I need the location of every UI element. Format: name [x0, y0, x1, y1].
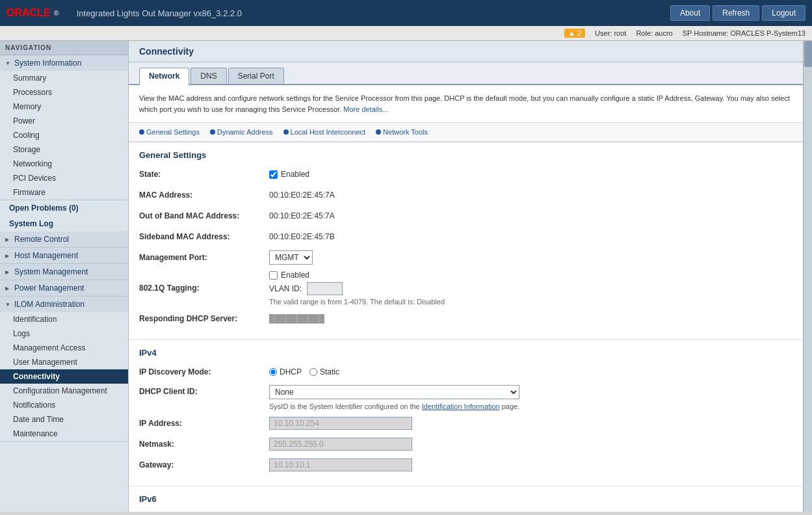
- ipv6-title: IPv6: [139, 494, 792, 504]
- link-local-host-interconnect[interactable]: Local Host Interconnect: [283, 128, 366, 136]
- tagging-checkbox[interactable]: [269, 271, 278, 280]
- expand-icon-ia: ▼: [5, 302, 12, 308]
- netmask-field-row: Netmask:: [139, 436, 792, 452]
- app-title: Integrated Lights Out Manager vx86_3.2.2…: [77, 8, 670, 18]
- mac-value: 00:10:E0:2E:45:7A: [269, 191, 335, 200]
- sidebar-item-user-management[interactable]: User Management: [0, 355, 128, 369]
- link-general-settings[interactable]: General Settings: [139, 128, 200, 136]
- sidebar-item-management-access[interactable]: Management Access: [0, 341, 128, 355]
- link-general-settings-label: General Settings: [146, 128, 200, 136]
- dhcp-server-field-row: Responding DHCP Server: ██████████: [139, 311, 792, 326]
- tagging-checkbox-row: Enabled: [269, 271, 445, 280]
- sidebar-item-configuration-management[interactable]: Configuration Management: [0, 384, 128, 398]
- status-bar: ▲ 2 User: root Role: aucro SP Hostname: …: [0, 26, 812, 41]
- about-button[interactable]: About: [670, 5, 710, 21]
- state-label: State:: [139, 170, 269, 179]
- app-header: ORACLE ® Integrated Lights Out Manager v…: [0, 0, 812, 26]
- sidebar-item-identification[interactable]: Identification: [0, 312, 128, 326]
- dhcp-client-label: DHCP Client ID:: [139, 385, 269, 396]
- sidebar-item-memory[interactable]: Memory: [0, 99, 128, 114]
- ip-address-input[interactable]: [269, 417, 412, 430]
- power-management-header[interactable]: ▶ Power Management: [0, 280, 128, 296]
- oob-mac-label: Out of Band MAC Address:: [139, 211, 269, 220]
- more-details-link[interactable]: More details...: [343, 105, 388, 113]
- tab-serial-port[interactable]: Serial Port: [228, 68, 284, 84]
- ilom-admin-group: ▼ ILOM Administration Identification Log…: [0, 297, 128, 442]
- netmask-input[interactable]: [269, 438, 412, 451]
- ipv6-section: IPv6 State: Enabled Autoconfig: Stateles…: [129, 486, 803, 512]
- sidebar-item-connectivity[interactable]: Connectivity: [0, 369, 128, 384]
- oracle-logo-separator: ®: [54, 9, 59, 17]
- tab-network[interactable]: Network: [139, 68, 189, 85]
- sidebar-item-pci-devices[interactable]: PCI Devices: [0, 171, 128, 185]
- link-network-tools[interactable]: Network Tools: [376, 128, 428, 136]
- sidebar-item-system-log[interactable]: System Log: [0, 216, 128, 231]
- sidebar-item-summary[interactable]: Summary: [0, 71, 128, 85]
- sidebar-item-maintenance[interactable]: Maintenance: [0, 427, 128, 441]
- refresh-button[interactable]: Refresh: [713, 5, 759, 21]
- main-layout: NAVIGATION ▼ System Information Summary …: [0, 41, 812, 512]
- vlan-inner: VLAN ID:: [269, 282, 445, 295]
- mac-label: MAC Address:: [139, 191, 269, 200]
- host-management-header[interactable]: ▶ Host Management: [0, 248, 128, 263]
- mgmt-port-select[interactable]: MGMT: [269, 250, 313, 265]
- general-settings-title: General Settings: [139, 150, 792, 160]
- warning-icon: ▲: [568, 29, 575, 37]
- description-content: View the MAC address and configure netwo…: [139, 94, 790, 113]
- gateway-input[interactable]: [269, 458, 412, 471]
- dhcp-client-group: None SysID is the System Identifier conf…: [269, 385, 519, 410]
- link-dynamic-address[interactable]: Dynamic Address: [210, 128, 273, 136]
- tagging-text: Enabled: [281, 271, 309, 280]
- static-radio-option: Static: [309, 367, 339, 376]
- sidebar-item-logs[interactable]: Logs: [0, 326, 128, 341]
- state-text: Enabled: [281, 170, 309, 179]
- logout-button[interactable]: Logout: [762, 5, 805, 21]
- tagging-field-row: 802.1Q Tagging: Enabled VLAN ID: The: [139, 271, 792, 306]
- remote-control-header[interactable]: ▶ Remote Control: [0, 231, 128, 247]
- scrollbar-thumb[interactable]: [804, 41, 812, 67]
- remote-control-group: ▶ Remote Control: [0, 231, 128, 248]
- link-local-host-interconnect-label: Local Host Interconnect: [291, 128, 366, 136]
- link-dot-2: [210, 129, 215, 135]
- ipv6-state-field-row: State: Enabled: [139, 510, 792, 512]
- general-settings-section: General Settings State: Enabled MAC Addr…: [129, 142, 803, 340]
- warning-count: 2: [577, 29, 581, 37]
- identification-info-link[interactable]: Identification Information: [422, 403, 500, 410]
- remote-control-label: Remote Control: [14, 235, 69, 244]
- link-dot-1: [139, 129, 144, 135]
- page-title: Connectivity: [129, 41, 803, 62]
- ipv4-title: IPv4: [139, 348, 792, 358]
- sidebar-item-storage[interactable]: Storage: [0, 142, 128, 157]
- dhcp-server-value: ██████████: [269, 314, 324, 323]
- sidebar-item-date-time[interactable]: Date and Time: [0, 412, 128, 427]
- static-radio[interactable]: [309, 368, 317, 376]
- state-checkbox[interactable]: [269, 170, 278, 179]
- dhcp-hint-end: page.: [502, 403, 520, 410]
- state-value: Enabled: [269, 170, 309, 179]
- system-information-header[interactable]: ▼ System Information: [0, 55, 128, 71]
- expand-icon-pm: ▶: [5, 285, 12, 291]
- ilom-admin-header[interactable]: ▼ ILOM Administration: [0, 297, 128, 312]
- dhcp-hint-text: SysID is the System Identifier configure…: [269, 403, 422, 410]
- sidebar-item-cooling[interactable]: Cooling: [0, 128, 128, 142]
- scrollbar[interactable]: [803, 41, 812, 512]
- sidebar-item-networking[interactable]: Networking: [0, 157, 128, 171]
- sidebar-item-firmware[interactable]: Firmware: [0, 185, 128, 200]
- mgmt-port-value: MGMT: [269, 250, 313, 265]
- ilom-admin-label: ILOM Administration: [14, 300, 85, 309]
- dhcp-client-select[interactable]: None: [269, 385, 519, 399]
- tab-dns[interactable]: DNS: [190, 68, 226, 84]
- vlan-hint: The valid range is from 1-4079. The defa…: [269, 298, 445, 306]
- system-management-header[interactable]: ▶ System Management: [0, 264, 128, 280]
- dhcp-radio[interactable]: [269, 368, 277, 376]
- state-field-row: State: Enabled: [139, 166, 792, 182]
- sidebar-item-processors[interactable]: Processors: [0, 85, 128, 99]
- system-management-label: System Management: [14, 267, 88, 276]
- sidebar-item-notifications[interactable]: Notifications: [0, 398, 128, 412]
- ip-address-field-row: IP Address:: [139, 416, 792, 431]
- system-management-group: ▶ System Management: [0, 264, 128, 280]
- sidebar-item-open-problems[interactable]: Open Problems (0): [0, 200, 128, 216]
- vlan-id-input[interactable]: [307, 282, 343, 295]
- sidebar-item-power[interactable]: Power: [0, 114, 128, 128]
- main-content: Connectivity Network DNS Serial Port Vie…: [129, 41, 803, 512]
